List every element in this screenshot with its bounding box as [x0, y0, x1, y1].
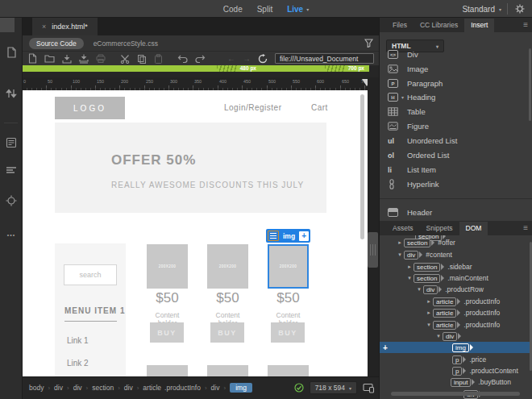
product-image-placeholder[interactable]: 200X200 — [207, 244, 248, 289]
close-tab-icon[interactable]: × — [42, 23, 46, 31]
format-lines-icon[interactable] — [0, 166, 23, 174]
tab-insert[interactable]: Insert — [464, 19, 494, 32]
live-view-button[interactable]: Live — [287, 5, 303, 14]
redo-icon[interactable] — [195, 54, 206, 63]
workspace-switcher[interactable]: Standard ▾ — [462, 0, 501, 18]
dom-node-productcontent[interactable]: p .productContent — [380, 365, 532, 376]
tag-div[interactable]: div — [211, 384, 220, 392]
realtime-preview-icon[interactable] — [363, 383, 375, 393]
dom-node-buybutton[interactable]: input .buyButton — [380, 376, 532, 388]
save-all-icon[interactable] — [79, 54, 89, 64]
dom-node-maincontent[interactable]: ▾ section .mainContent — [380, 272, 532, 284]
dom-node-price[interactable]: p .price — [380, 354, 532, 365]
canvas-scrollbar[interactable] — [360, 94, 364, 239]
insert-item-div[interactable]: <> Div — [380, 48, 532, 61]
tag-div[interactable]: div — [54, 384, 63, 392]
dom-node-productinfo[interactable]: ▸ article .productInfo — [380, 307, 532, 318]
new-file-icon[interactable] — [28, 53, 37, 64]
tab-dom[interactable]: DOM — [459, 222, 488, 235]
add-node-icon[interactable]: + — [383, 343, 388, 352]
dom-node-content[interactable]: ▾ div #content — [380, 249, 532, 260]
buy-button[interactable]: BUY — [150, 322, 184, 343]
filter-funnel-icon[interactable] — [364, 39, 373, 48]
search-input[interactable] — [64, 264, 117, 285]
address-url-input[interactable] — [275, 53, 374, 64]
product-image-placeholder-row2[interactable] — [147, 365, 188, 376]
tag-article[interactable]: article — [143, 384, 161, 392]
add-element-icon[interactable]: + — [299, 231, 309, 241]
tag-div[interactable]: div — [124, 384, 133, 392]
source-code-button[interactable]: Source Code — [29, 38, 84, 49]
insert-scrollbar[interactable] — [529, 48, 531, 121]
print-icon[interactable] — [96, 54, 106, 63]
forward-icon[interactable]: → — [243, 55, 251, 63]
copy-icon[interactable] — [137, 54, 147, 64]
expand-arrow-icon[interactable]: ▸ — [396, 239, 404, 246]
insert-item-list-item[interactable]: li List Item — [380, 163, 532, 177]
dom-node-offer[interactable]: ▸ section #offer — [380, 237, 532, 248]
dom-node-productinfo[interactable]: ▸ article .productInfo — [380, 296, 532, 307]
collapse-arrow-icon[interactable]: ▾ — [434, 333, 443, 339]
product-image-placeholder-row2[interactable] — [268, 365, 309, 376]
more-options-icon[interactable]: ••• — [0, 232, 23, 238]
buy-button[interactable]: BUY — [271, 322, 305, 343]
collapse-arrow-icon[interactable]: ▾ — [396, 251, 404, 258]
insert-item-table[interactable]: Table — [380, 105, 532, 118]
product-image-placeholder-row2[interactable] — [207, 365, 248, 376]
selected-product-image[interactable]: 200X200 — [268, 244, 309, 289]
collapse-arrow-icon[interactable]: ▾ — [425, 322, 433, 328]
tag-div[interactable]: div — [73, 384, 82, 392]
sidebar-link-2[interactable]: Link 2 — [67, 359, 89, 368]
expand-arrow-icon[interactable]: ▸ — [425, 310, 433, 316]
panel-menu-icon[interactable]: ≡ — [523, 223, 528, 232]
media-query-bar[interactable]: 480 px 700 px — [23, 65, 369, 72]
sidebar-link-1[interactable]: Link 1 — [67, 336, 89, 345]
heading-caret-icon[interactable]: ▾ — [401, 94, 404, 100]
file-management-icon[interactable] — [0, 87, 23, 100]
insert-item-ordered-list[interactable]: ol Ordered List — [380, 148, 532, 162]
tab-cc-libraries[interactable]: CC Libraries — [414, 19, 464, 32]
open-file-icon[interactable] — [44, 54, 55, 63]
collapse-arrow-icon[interactable]: ▾ — [405, 275, 414, 281]
dom-node-productinfo[interactable]: ▾ article .productInfo — [380, 319, 532, 330]
dom-node-productrow[interactable]: ▾ div .productRow — [380, 284, 532, 295]
expand-arrow-icon[interactable]: ▸ — [405, 264, 414, 270]
save-icon[interactable] — [62, 54, 72, 64]
code-view-button[interactable]: Code — [223, 5, 243, 14]
tag-section[interactable]: section — [92, 384, 114, 392]
insert-item-unordered-list[interactable]: ul Unordered List — [380, 134, 532, 148]
dom-node-div[interactable]: ▾ div — [380, 330, 532, 342]
sync-settings-gear-icon[interactable] — [514, 3, 526, 15]
back-icon[interactable]: ← — [227, 55, 235, 63]
tab-assets[interactable]: Assets — [386, 222, 420, 235]
stylesheet-file-button[interactable]: eCommerceStyle.css — [94, 39, 158, 48]
inspect-target-icon[interactable] — [0, 195, 23, 206]
dom-horizontal-scrollbar[interactable] — [391, 392, 520, 396]
product-image-placeholder[interactable]: 200X200 — [147, 244, 188, 289]
site-logo[interactable]: LOGO — [55, 97, 125, 119]
buy-button[interactable]: BUY — [210, 322, 244, 343]
tag-img-selected[interactable]: img — [230, 383, 252, 393]
insert-item-heading[interactable]: H ▾ Heading — [380, 90, 532, 104]
refresh-icon[interactable] — [258, 54, 268, 64]
insert-item-paragraph[interactable]: P Paragraph — [380, 77, 532, 90]
panel-menu-icon[interactable]: ≡ — [523, 20, 528, 29]
viewport-resize-handle[interactable] — [368, 232, 378, 268]
tab-snippets[interactable]: Snippets — [420, 222, 459, 235]
insert-item-figure[interactable]: Figure — [380, 119, 532, 133]
cart-link[interactable]: Cart — [311, 103, 328, 112]
split-view-button[interactable]: Split — [257, 5, 272, 14]
tab-files[interactable]: Files — [386, 19, 414, 32]
expand-arrow-icon[interactable]: ▸ — [425, 298, 433, 305]
dom-node-img-selected[interactable]: + img — [380, 342, 532, 353]
insert-item-image[interactable]: Image — [380, 62, 532, 76]
element-hamburger-icon[interactable] — [268, 231, 279, 241]
insert-item-header[interactable]: Header — [380, 206, 532, 219]
code-navigator-icon[interactable] — [0, 137, 23, 148]
paste-icon[interactable] — [154, 54, 163, 64]
tag-productinfo-class[interactable]: .productInfo — [164, 384, 201, 392]
document-tab[interactable]: × index.html* — [32, 18, 98, 35]
window-size-selector[interactable]: 718 x 594 ▾ — [310, 381, 357, 394]
insert-item-hyperlink[interactable]: Hyperlink — [380, 177, 532, 191]
live-view-caret-icon[interactable]: ▾ — [306, 6, 309, 12]
